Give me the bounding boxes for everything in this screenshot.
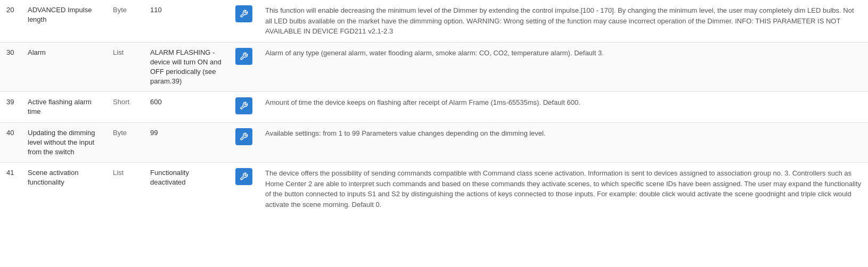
edit-button[interactable] bbox=[235, 97, 252, 114]
row-value: 99 bbox=[144, 122, 229, 163]
row-action[interactable] bbox=[229, 122, 259, 163]
row-id: 40 bbox=[0, 122, 21, 163]
row-value: 110 bbox=[144, 0, 229, 42]
table-row: 39 Active flashing alarm time Short 600 … bbox=[0, 92, 868, 122]
row-name: Scene activation functionality bbox=[21, 163, 107, 215]
row-id: 30 bbox=[0, 42, 21, 92]
row-name: ADVANCED Impulse length bbox=[21, 0, 107, 42]
row-action[interactable] bbox=[229, 42, 259, 92]
row-description: The device offers the possibility of sen… bbox=[259, 163, 868, 215]
row-name: Active flashing alarm time bbox=[21, 92, 107, 122]
row-action[interactable] bbox=[229, 92, 259, 122]
row-id: 20 bbox=[0, 0, 21, 42]
table-row: 41 Scene activation functionality List F… bbox=[0, 163, 868, 215]
row-description: Alarm of any type (general alarm, water … bbox=[259, 42, 868, 92]
table-row: 40 Updating the dimming level without th… bbox=[0, 122, 868, 163]
wrench-icon bbox=[240, 52, 248, 61]
row-type: Byte bbox=[107, 0, 144, 42]
row-name: Alarm bbox=[21, 42, 107, 92]
row-description: This function will enable decreasing the… bbox=[259, 0, 868, 42]
table-row: 20 ADVANCED Impulse length Byte 110 This… bbox=[0, 0, 868, 42]
row-description: Available settings: from 1 to 99 Paramet… bbox=[259, 122, 868, 163]
row-name: Updating the dimming level without the i… bbox=[21, 122, 107, 163]
edit-button[interactable] bbox=[235, 128, 252, 145]
row-description: Amount of time the device keeps on flash… bbox=[259, 92, 868, 122]
row-action[interactable] bbox=[229, 0, 259, 42]
edit-button[interactable] bbox=[235, 48, 252, 65]
row-type: Byte bbox=[107, 122, 144, 163]
edit-button[interactable] bbox=[235, 168, 252, 185]
row-type: List bbox=[107, 42, 144, 92]
wrench-icon bbox=[240, 10, 248, 18]
wrench-icon bbox=[240, 102, 248, 110]
edit-button[interactable] bbox=[235, 5, 252, 22]
wrench-icon bbox=[240, 132, 248, 141]
row-type: List bbox=[107, 163, 144, 215]
row-action[interactable] bbox=[229, 163, 259, 215]
row-type: Short bbox=[107, 92, 144, 122]
row-id: 41 bbox=[0, 163, 21, 215]
row-value: 600 bbox=[144, 92, 229, 122]
row-value: ALARM FLASHING - device will turn ON and… bbox=[144, 42, 229, 92]
parameters-table: 20 ADVANCED Impulse length Byte 110 This… bbox=[0, 0, 868, 215]
wrench-icon bbox=[240, 172, 248, 181]
row-id: 39 bbox=[0, 92, 21, 122]
table-row: 30 Alarm List ALARM FLASHING - device wi… bbox=[0, 42, 868, 92]
row-value: Functionality deactivated bbox=[144, 163, 229, 215]
